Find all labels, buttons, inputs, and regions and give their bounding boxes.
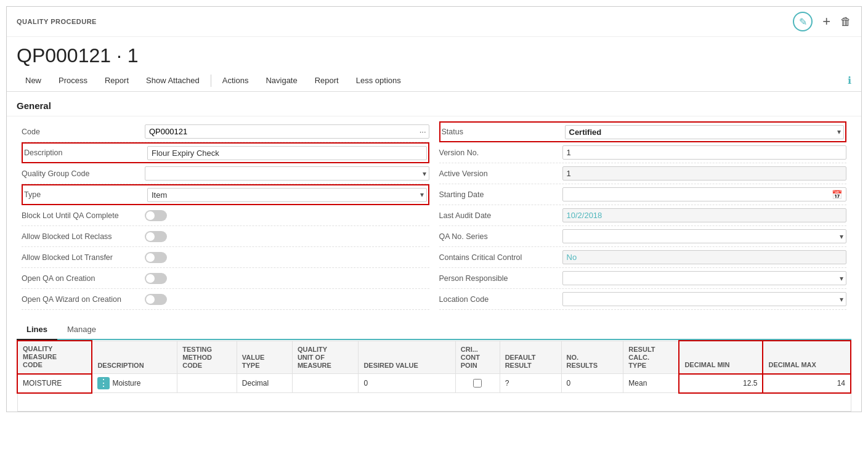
type-value-wrapper: Item ▾ — [147, 188, 427, 202]
td-decimal-max: 14 — [763, 374, 851, 393]
tab-lines[interactable]: Lines — [17, 320, 57, 340]
th-default-result: DEFAULTRESULT — [500, 341, 561, 374]
form-left-column: Code ··· Description Quality Group Code — [17, 121, 434, 310]
type-label: Type — [24, 190, 147, 199]
nav-separator — [211, 75, 211, 87]
th-no-results: NO.RESULTS — [561, 341, 623, 374]
description-label: Description — [24, 148, 147, 157]
type-chevron-icon: ▾ — [418, 190, 426, 199]
description-row: Description — [22, 142, 429, 163]
table-row-empty — [17, 393, 851, 412]
block-lot-toggle-wrapper — [145, 210, 429, 221]
person-responsible-chevron-icon: ▾ — [837, 274, 846, 283]
status-value: Certified — [566, 126, 835, 139]
person-responsible-label: Person Responsible — [439, 274, 562, 283]
block-lot-label: Block Lot Until QA Complete — [22, 211, 145, 220]
td-result-calc-type: Mean — [623, 374, 679, 393]
person-responsible-select[interactable] — [563, 272, 838, 285]
contains-critical-row: Contains Critical Control — [439, 247, 847, 268]
block-lot-toggle[interactable] — [145, 210, 167, 221]
code-row: Code ··· — [22, 121, 429, 142]
nav-item-show-attached[interactable]: Show Attached — [137, 70, 208, 91]
nav-item-report2[interactable]: Report — [306, 70, 347, 91]
td-testing-method-code — [177, 374, 237, 393]
th-description: DESCRIPTION — [92, 341, 177, 374]
qa-no-series-chevron-icon: ▾ — [837, 232, 846, 241]
plus-icon: + — [822, 14, 830, 30]
td-description: ⋮ Moisture — [92, 374, 177, 393]
allow-blocked-transfer-label: Allow Blocked Lot Transfer — [22, 253, 145, 262]
nav-item-less-options[interactable]: Less options — [347, 70, 410, 91]
td-desired-value: 0 — [359, 374, 455, 393]
open-qa-wizard-toggle[interactable] — [145, 294, 167, 305]
description-input[interactable] — [147, 146, 427, 160]
cri-cont-poin-checkbox[interactable] — [473, 379, 482, 388]
lines-section: Lines Manage QUALITYMEASURECODE DESCRIPT… — [7, 320, 861, 412]
page-title: QP000121 · 1 — [7, 37, 861, 70]
version-no-input[interactable] — [562, 145, 847, 160]
form-right-column: Status Certified ▾ Version No. Active Ve… — [434, 121, 852, 310]
qa-no-series-select[interactable] — [563, 230, 838, 243]
allow-blocked-reclass-toggle[interactable] — [145, 231, 167, 242]
active-version-input[interactable] — [562, 166, 847, 181]
starting-date-input[interactable] — [563, 188, 829, 201]
allow-blocked-transfer-toggle-wrapper — [145, 252, 429, 263]
description-value-wrapper — [147, 146, 427, 160]
nav-bar: New Process Report Show Attached Actions… — [7, 70, 861, 92]
nav-item-new[interactable]: New — [17, 70, 50, 91]
version-no-value-wrapper — [562, 145, 847, 160]
location-code-value-wrapper: ▾ — [562, 292, 847, 306]
status-label: Status — [442, 128, 565, 136]
table-header-row: QUALITYMEASURECODE DESCRIPTION TESTINGME… — [17, 341, 851, 374]
last-audit-date-input[interactable] — [562, 208, 847, 222]
nav-item-report[interactable]: Report — [96, 70, 137, 91]
location-code-label: Location Code — [439, 295, 562, 304]
qa-no-series-row: QA No. Series ▾ — [439, 226, 847, 247]
delete-button[interactable]: 🗑 — [840, 15, 851, 28]
add-button[interactable]: + — [822, 14, 830, 30]
block-lot-row: Block Lot Until QA Complete — [22, 205, 429, 226]
open-qa-wizard-label: Open QA Wizard on Creation — [22, 295, 145, 304]
version-no-label: Version No. — [439, 148, 562, 157]
nav-item-navigate[interactable]: Navigate — [257, 70, 306, 91]
location-code-select[interactable] — [563, 293, 838, 306]
calendar-icon[interactable]: 📅 — [828, 189, 846, 201]
code-label: Code — [22, 128, 145, 136]
quality-group-code-select[interactable] — [145, 167, 420, 180]
allow-blocked-transfer-toggle[interactable] — [145, 252, 167, 263]
row-menu-button[interactable]: ⋮ — [97, 377, 110, 389]
starting-date-row: Starting Date 📅 — [439, 184, 847, 205]
th-result-calc-type: RESULTCALC.TYPE — [623, 341, 679, 374]
contains-critical-input[interactable] — [562, 250, 847, 264]
type-select[interactable]: Item — [148, 189, 418, 201]
nav-item-actions[interactable]: Actions — [214, 70, 258, 91]
td-value-type: Decimal — [237, 374, 292, 393]
code-dots-button[interactable]: ··· — [417, 126, 429, 137]
status-value-wrapper: Certified ▾ — [565, 125, 845, 139]
quality-group-chevron-icon: ▾ — [420, 169, 429, 178]
location-code-chevron-icon: ▾ — [837, 295, 846, 304]
page-type-label: QUALITY PROCEDURE — [17, 18, 97, 25]
table-row: MOISTURE ⋮ Moisture Decimal — [17, 374, 851, 393]
general-section-title: General — [7, 92, 861, 116]
quality-group-code-label: Quality Group Code — [22, 169, 145, 178]
info-icon[interactable]: ℹ — [848, 75, 851, 86]
contains-critical-label: Contains Critical Control — [439, 253, 562, 262]
nav-item-process[interactable]: Process — [50, 70, 96, 91]
code-input[interactable] — [145, 125, 417, 138]
edit-icon: ✎ — [799, 16, 807, 28]
last-audit-date-value-wrapper — [562, 208, 847, 222]
active-version-row: Active Version — [439, 163, 847, 184]
allow-blocked-reclass-row: Allow Blocked Lot Reclass — [22, 226, 429, 247]
td-quality-unit-of-measure — [292, 374, 359, 393]
th-quality-measure-code: QUALITYMEASURECODE — [17, 341, 92, 374]
open-qa-wizard-row: Open QA Wizard on Creation — [22, 289, 429, 310]
tab-manage[interactable]: Manage — [57, 320, 106, 340]
edit-button[interactable]: ✎ — [793, 12, 813, 31]
lines-tabs: Lines Manage — [17, 320, 851, 340]
open-qa-toggle[interactable] — [145, 273, 167, 284]
starting-date-label: Starting Date — [439, 190, 562, 199]
quality-group-code-row: Quality Group Code ▾ — [22, 163, 429, 184]
allow-blocked-transfer-row: Allow Blocked Lot Transfer — [22, 247, 429, 268]
contains-critical-value-wrapper — [562, 250, 847, 264]
